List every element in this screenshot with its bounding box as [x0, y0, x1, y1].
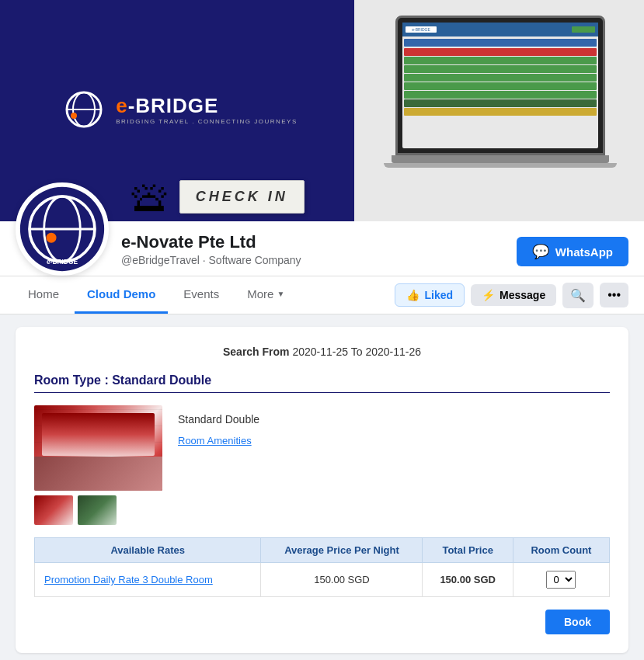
cover-photo: e-BRIDGE BRIDGING TRAVEL . CONNECTING JO… [0, 0, 644, 221]
room-amenities-link[interactable]: Room Amenities [178, 435, 252, 446]
svg-point-8 [46, 233, 56, 243]
avg-price: 150.00 SGD [261, 563, 423, 597]
room-section-title: Room Type : Standard Double [34, 373, 610, 393]
search-to-date: 2020-11-26 [365, 346, 421, 358]
whatsapp-icon: 💬 [532, 243, 549, 260]
profile-category: Software Company [209, 254, 301, 266]
tab-more-label: More [247, 287, 273, 300]
tab-more[interactable]: More ▼ [235, 276, 297, 314]
profile-handle: @eBridgeTravel [121, 254, 200, 266]
search-header: Search From 2020-11-25 To 2020-11-26 [34, 346, 610, 358]
avatar-logo: e-BRIDGE [19, 182, 106, 276]
nav-tabs: Home Cloud Demo Events More ▼ 👍 Liked ⚡ … [0, 276, 644, 314]
liked-button[interactable]: 👍 Liked [395, 283, 465, 307]
profile-separator: · [203, 254, 209, 266]
checkin-sign: CHECK IN [179, 180, 305, 214]
room-images [34, 405, 162, 525]
room-main-image[interactable] [34, 405, 162, 491]
search-button[interactable]: 🔍 [562, 283, 594, 308]
tab-events-label: Events [183, 287, 219, 300]
profile-section: e-BRIDGE e-Novate Pte Ltd @eBridgeTravel… [0, 221, 644, 276]
table-row: Promotion Daily Rate 3 Double Room 150.0… [35, 563, 610, 597]
tab-cloud-demo[interactable]: Cloud Demo [75, 276, 168, 314]
profile-actions: 💬 WhatsApp [517, 237, 628, 276]
room-thumbnail-row [34, 495, 162, 525]
col-header-available-rates: Available Rates [35, 538, 261, 563]
more-options-button[interactable]: ••• [600, 283, 628, 307]
room-name: Standard Double [178, 413, 259, 426]
bell-icon: 🛎 [129, 172, 172, 221]
room-details: Standard Double Room Amenities [34, 405, 610, 525]
booking-card: Search From 2020-11-25 To 2020-11-26 Roo… [16, 327, 628, 653]
rate-name[interactable]: Promotion Daily Rate 3 Double Room [35, 563, 261, 597]
laptop-mockup: e-BRIDGE [395, 16, 628, 168]
room-thumbnail-2[interactable] [78, 495, 117, 525]
whatsapp-label: WhatsApp [555, 245, 613, 259]
profile-info: e-Novate Pte Ltd @eBridgeTravel · Softwa… [121, 232, 517, 276]
whatsapp-button[interactable]: 💬 WhatsApp [517, 237, 628, 266]
nav-actions: 👍 Liked ⚡ Message 🔍 ••• [395, 283, 628, 308]
tab-events[interactable]: Events [171, 276, 231, 314]
col-header-avg-price: Average Price Per Night [261, 538, 423, 563]
liked-label: Liked [424, 289, 453, 301]
thumbs-up-icon: 👍 [406, 289, 419, 301]
main-content: Search From 2020-11-25 To 2020-11-26 Roo… [0, 314, 644, 660]
total-price: 150.00 SGD [423, 563, 513, 597]
search-from-label: Search From [223, 346, 292, 358]
room-info: Standard Double Room Amenities [178, 405, 610, 525]
tab-home[interactable]: Home [16, 276, 71, 314]
room-count-cell[interactable]: 0 1 2 3 [513, 563, 609, 597]
tab-home-label: Home [28, 287, 59, 300]
avatar: e-BRIDGE [16, 182, 109, 276]
messenger-icon: ⚡ [482, 289, 495, 301]
tab-cloud-demo-label: Cloud Demo [87, 287, 155, 300]
checkin-scene: 🛎 CHECK IN [129, 0, 322, 221]
search-icon: 🔍 [570, 289, 586, 302]
chevron-down-icon: ▼ [277, 290, 284, 298]
col-header-room-count: Room Count [513, 538, 609, 563]
col-header-total-price: Total Price [423, 538, 513, 563]
message-button[interactable]: ⚡ Message [471, 284, 556, 306]
ellipsis-icon: ••• [607, 288, 621, 301]
rates-table: Available Rates Average Price Per Night … [34, 537, 610, 597]
book-btn-row: Book [34, 610, 610, 634]
search-from-date: 2020-11-25 [292, 346, 348, 358]
room-count-select[interactable]: 0 1 2 3 [546, 571, 576, 589]
message-label: Message [500, 289, 545, 301]
svg-text:e-BRIDGE: e-BRIDGE [47, 258, 78, 266]
company-name: e-Novate Pte Ltd [121, 232, 517, 252]
room-thumbnail-1[interactable] [34, 495, 73, 525]
logo-icon [57, 88, 111, 130]
profile-sub: @eBridgeTravel · Software Company [121, 254, 517, 266]
svg-point-3 [71, 113, 77, 119]
book-button[interactable]: Book [545, 610, 610, 634]
search-to-label: To [351, 346, 366, 358]
